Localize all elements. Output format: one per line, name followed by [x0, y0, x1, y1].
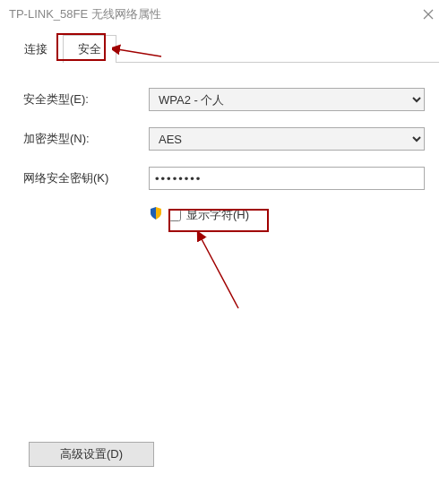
svg-line-3: [201, 237, 238, 308]
row-show-chars: 显示字符(H): [149, 206, 425, 223]
key-label: 网络安全密钥(K): [23, 170, 149, 186]
key-input[interactable]: [149, 167, 425, 190]
footer: 高级设置(D): [29, 442, 154, 467]
tab-security[interactable]: 安全: [63, 35, 116, 63]
window-title: TP-LINK_58FE 无线网络属性: [9, 6, 409, 22]
row-key: 网络安全密钥(K): [23, 167, 425, 190]
security-type-label: 安全类型(E):: [23, 91, 149, 108]
annotation-arrow-checkbox: [194, 232, 247, 313]
tab-bar: 连接 安全: [9, 34, 439, 63]
row-encryption: 加密类型(N): AES: [23, 127, 425, 151]
encryption-label: 加密类型(N):: [23, 131, 149, 147]
encryption-select[interactable]: AES: [149, 127, 425, 151]
window-titlebar: TP-LINK_58FE 无线网络属性: [0, 0, 448, 29]
show-chars-checkbox[interactable]: [168, 209, 181, 221]
shield-icon: [149, 206, 163, 223]
advanced-settings-button[interactable]: 高级设置(D): [29, 442, 154, 467]
tab-connect[interactable]: 连接: [9, 35, 63, 63]
close-button[interactable]: [409, 0, 448, 29]
security-panel: 安全类型(E): WPA2 - 个人 加密类型(N): AES 网络安全密钥(K…: [9, 63, 439, 232]
row-security-type: 安全类型(E): WPA2 - 个人: [23, 88, 425, 111]
show-chars-label[interactable]: 显示字符(H): [186, 207, 249, 223]
close-icon: [423, 9, 434, 20]
security-type-select[interactable]: WPA2 - 个人: [149, 88, 425, 111]
